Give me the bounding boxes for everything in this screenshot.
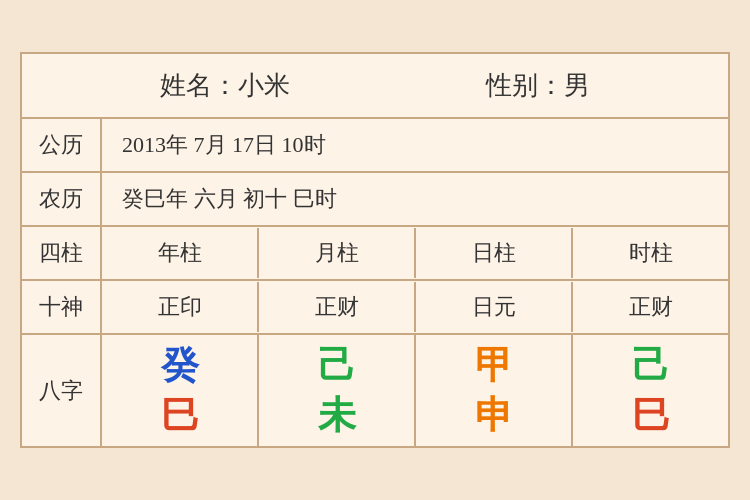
sizhu-row: 四柱 年柱 月柱 日柱 时柱 [22, 227, 728, 281]
lunar-label: 农历 [22, 173, 102, 225]
shishen-0: 正印 [102, 282, 259, 332]
bazhi-bottom-2: 申 [475, 395, 513, 437]
bazhi-bottom-0: 巳 [161, 395, 199, 437]
gregorian-label: 公历 [22, 119, 102, 171]
gregorian-row: 公历 2013年 7月 17日 10时 [22, 119, 728, 173]
bazhi-bottom-3: 巳 [632, 395, 670, 437]
main-container: 姓名：小米 性别：男 公历 2013年 7月 17日 10时 农历 癸巳年 六月… [20, 52, 730, 449]
bazhi-col-0: 癸 巳 [102, 335, 259, 447]
shishen-row: 十神 正印 正财 日元 正财 [22, 281, 728, 335]
col-header-2: 日柱 [416, 228, 573, 278]
shishen-values: 正印 正财 日元 正财 [102, 282, 728, 332]
col-header-1: 月柱 [259, 228, 416, 278]
bazhi-row: 八字 癸 巳 己 未 甲 申 己 巳 [22, 335, 728, 447]
bazhi-col-2: 甲 申 [416, 335, 573, 447]
lunar-value: 癸巳年 六月 初十 巳时 [102, 174, 728, 224]
header-row: 姓名：小米 性别：男 [22, 54, 728, 119]
bazhi-col-3: 己 巳 [573, 335, 728, 447]
bazhi-top-3: 己 [632, 345, 670, 387]
shishen-3: 正财 [573, 282, 728, 332]
bazhi-top-2: 甲 [475, 345, 513, 387]
bazhi-bottom-1: 未 [318, 395, 356, 437]
shishen-2: 日元 [416, 282, 573, 332]
bazhi-col-1: 己 未 [259, 335, 416, 447]
col-header-3: 时柱 [573, 228, 728, 278]
lunar-row: 农历 癸巳年 六月 初十 巳时 [22, 173, 728, 227]
shishen-1: 正财 [259, 282, 416, 332]
bazhi-label: 八字 [22, 335, 102, 447]
bazhi-values: 癸 巳 己 未 甲 申 己 巳 [102, 335, 728, 447]
col-header-0: 年柱 [102, 228, 259, 278]
bazhi-top-1: 己 [318, 345, 356, 387]
gregorian-value: 2013年 7月 17日 10时 [102, 120, 728, 170]
shishen-label: 十神 [22, 281, 102, 333]
gender-label: 性别：男 [486, 68, 590, 103]
name-label: 姓名：小米 [160, 68, 290, 103]
sizhu-headers: 年柱 月柱 日柱 时柱 [102, 228, 728, 278]
sizhu-label: 四柱 [22, 227, 102, 279]
bazhi-top-0: 癸 [161, 345, 199, 387]
